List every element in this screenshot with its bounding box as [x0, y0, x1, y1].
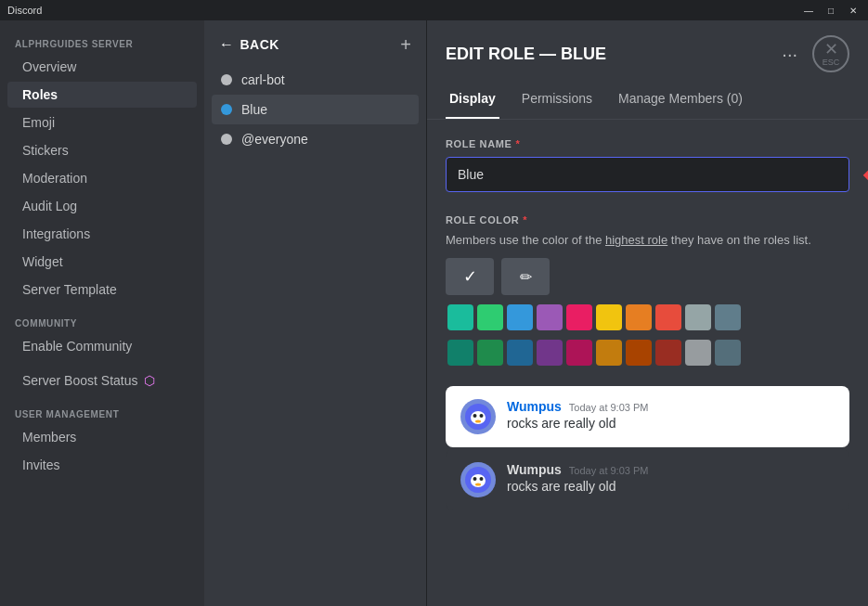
- sidebar-item-integrations[interactable]: Integrations: [7, 221, 197, 247]
- edit-header: EDIT ROLE — BLUE ··· ✕ ESC: [427, 20, 868, 72]
- close-esc-label: ESC: [823, 58, 840, 67]
- close-edit-button[interactable]: ✕ ESC: [812, 35, 849, 72]
- sidebar-item-invites[interactable]: Invites: [7, 452, 197, 478]
- roles-panel-header: ← BACK +: [212, 35, 419, 65]
- color-swatch[interactable]: [447, 304, 473, 330]
- sidebar-item-members[interactable]: Members: [7, 424, 197, 450]
- default-color-button[interactable]: ✓: [446, 258, 494, 295]
- color-swatch[interactable]: [507, 340, 533, 366]
- app-title: Discord: [7, 5, 42, 16]
- roles-panel: ← BACK + carl-bot Blue @everyone: [204, 20, 427, 606]
- sidebar-item-widget[interactable]: Widget: [7, 249, 197, 275]
- preview-card-dark: Wumpus Today at 9:03 PM rocks are really…: [446, 449, 849, 510]
- close-window-button[interactable]: ✕: [846, 3, 861, 18]
- role-item-everyone[interactable]: @everyone: [212, 124, 419, 154]
- msg-body-light: Wumpus Today at 9:03 PM rocks are really…: [507, 399, 648, 431]
- sidebar-item-audit-log[interactable]: Audit Log: [7, 193, 197, 219]
- color-swatch[interactable]: [715, 304, 741, 330]
- sidebar-item-server-template[interactable]: Server Template: [7, 277, 197, 303]
- color-swatch[interactable]: [685, 304, 711, 330]
- msg-body-dark: Wumpus Today at 9:03 PM rocks are really…: [507, 462, 648, 494]
- edit-title: EDIT ROLE — BLUE: [446, 45, 606, 64]
- role-color-label: ROLE COLOR *: [446, 214, 849, 226]
- community-section-label: COMMUNITY: [0, 311, 204, 332]
- pencil-icon: ✏: [520, 268, 532, 286]
- window-controls: — □ ✕: [801, 3, 861, 18]
- color-swatch[interactable]: [655, 304, 681, 330]
- sidebar-item-stickers[interactable]: Stickers: [7, 137, 197, 163]
- preview-card-light: Wumpus Today at 9:03 PM rocks are really…: [446, 386, 849, 447]
- titlebar: Discord — □ ✕: [0, 0, 868, 20]
- color-swatch[interactable]: [626, 340, 652, 366]
- boost-icon: ⬡: [144, 373, 155, 388]
- wumpus-avatar-dark: [460, 462, 496, 497]
- wumpus-avatar-light: [460, 399, 496, 434]
- role-name-input[interactable]: [446, 157, 849, 192]
- role-dot-carl-bot: [221, 74, 232, 85]
- color-swatch[interactable]: [537, 304, 563, 330]
- server-section-label: ALPHRGUIDES SERVER: [0, 32, 204, 53]
- svg-point-8: [480, 477, 484, 481]
- color-swatch[interactable]: [596, 340, 622, 366]
- role-item-carl-bot[interactable]: carl-bot: [212, 65, 419, 95]
- back-button[interactable]: ← BACK: [219, 36, 279, 53]
- add-role-button[interactable]: +: [400, 35, 411, 54]
- color-swatch[interactable]: [566, 304, 592, 330]
- role-color-description: Members use the color of the highest rol…: [446, 233, 849, 247]
- color-swatches-row-1: [446, 303, 849, 332]
- role-item-blue[interactable]: Blue: [212, 95, 419, 124]
- color-swatch[interactable]: [715, 340, 741, 366]
- role-name-label: ROLE NAME *: [446, 138, 849, 149]
- user-management-section-label: USER MANAGEMENT: [0, 402, 204, 423]
- header-right: ··· ✕ ESC: [782, 35, 849, 72]
- color-swatch[interactable]: [477, 304, 503, 330]
- msg-text-dark: rocks are really old: [507, 479, 648, 494]
- color-swatches-row-2: [446, 338, 849, 367]
- tab-permissions[interactable]: Permissions: [518, 84, 596, 119]
- role-dot-blue: [221, 104, 232, 115]
- msg-header-light: Wumpus Today at 9:03 PM: [507, 399, 648, 414]
- custom-color-button[interactable]: ✏: [501, 258, 550, 295]
- svg-point-7: [473, 477, 477, 481]
- tab-display[interactable]: Display: [446, 84, 499, 119]
- msg-text-light: rocks are really old: [507, 416, 648, 431]
- color-swatch[interactable]: [507, 304, 533, 330]
- msg-timestamp-light: Today at 9:03 PM: [569, 402, 649, 413]
- color-buttons-row: ✓ ✏: [446, 258, 849, 295]
- sidebar-item-moderation[interactable]: Moderation: [7, 165, 197, 191]
- close-x-icon: ✕: [824, 41, 838, 58]
- sidebar-item-emoji[interactable]: Emoji: [7, 110, 197, 135]
- minimize-button[interactable]: —: [801, 3, 816, 18]
- svg-point-9: [475, 484, 481, 486]
- color-swatch[interactable]: [596, 304, 622, 330]
- color-swatch[interactable]: [685, 340, 711, 366]
- tabs: Display Permissions Manage Members (0): [427, 72, 868, 120]
- msg-timestamp-dark: Today at 9:03 PM: [569, 465, 649, 476]
- color-swatch[interactable]: [655, 340, 681, 366]
- sidebar: ALPHRGUIDES SERVER Overview Roles Emoji …: [0, 20, 204, 606]
- back-arrow-icon: ←: [219, 36, 235, 53]
- edit-panel: EDIT ROLE — BLUE ··· ✕ ESC Display Permi…: [427, 20, 868, 606]
- sidebar-item-server-boost[interactable]: Server Boost Status ⬡: [7, 367, 197, 393]
- sidebar-item-roles[interactable]: Roles: [7, 82, 197, 108]
- color-swatch[interactable]: [566, 340, 592, 366]
- color-swatch[interactable]: [537, 340, 563, 366]
- msg-header-dark: Wumpus Today at 9:03 PM: [507, 462, 648, 477]
- app-body: ALPHRGUIDES SERVER Overview Roles Emoji …: [0, 20, 868, 606]
- color-required-indicator: *: [523, 214, 527, 226]
- svg-point-3: [480, 414, 484, 418]
- more-options-button[interactable]: ···: [782, 44, 797, 65]
- sidebar-item-overview[interactable]: Overview: [7, 54, 197, 80]
- required-indicator: *: [515, 138, 520, 149]
- msg-username-dark: Wumpus: [507, 462, 562, 477]
- role-color-section: ROLE COLOR * Members use the color of th…: [446, 214, 849, 367]
- sidebar-item-enable-community[interactable]: Enable Community: [7, 333, 197, 359]
- maximize-button[interactable]: □: [823, 3, 838, 18]
- edit-content: ROLE NAME * ⬅ ROLE COLOR * Members use t…: [427, 120, 868, 606]
- role-name-section: ROLE NAME * ⬅: [446, 138, 849, 192]
- color-swatch[interactable]: [477, 340, 503, 366]
- svg-point-4: [475, 420, 481, 423]
- color-swatch[interactable]: [626, 304, 652, 330]
- color-swatch[interactable]: [447, 340, 473, 366]
- tab-manage-members[interactable]: Manage Members (0): [615, 84, 746, 119]
